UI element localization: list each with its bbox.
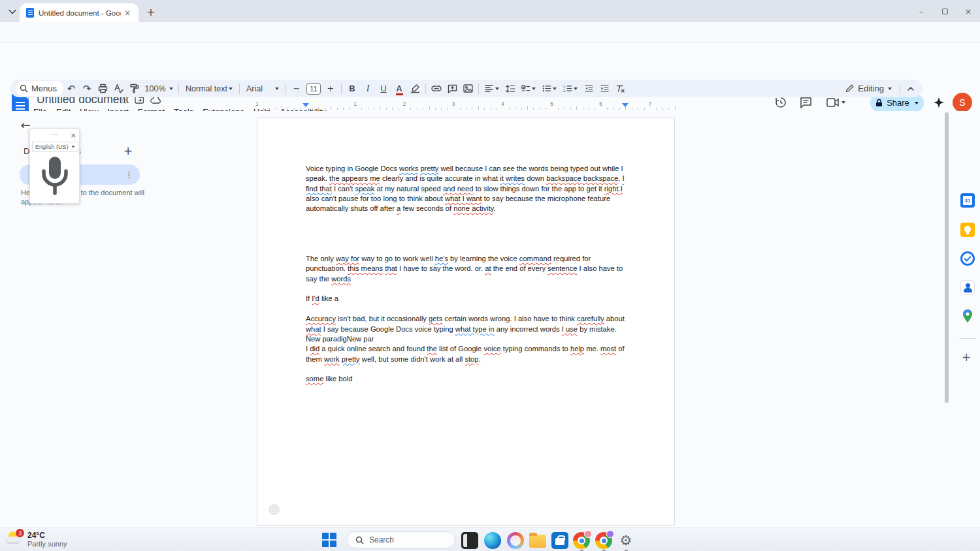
font-select[interactable]: Arial — [242, 81, 283, 96]
numbered-list-button[interactable]: 1.2. — [560, 81, 581, 96]
bold-button[interactable]: B — [344, 81, 360, 96]
browser-toolbar: ← → ↻ docs.google.com/document/d/1Ty_DUK… — [0, 22, 980, 43]
ruler-number: 1 — [255, 101, 259, 107]
chrome-icon[interactable] — [573, 532, 590, 549]
voice-language-select[interactable]: English (US) — [32, 142, 78, 152]
spelling-check-button[interactable] — [110, 81, 126, 96]
paragraph[interactable]: I did a quick online search and found th… — [306, 344, 629, 364]
screen: Untitled document - Google Docs × + – × … — [0, 0, 980, 551]
horizontal-ruler[interactable]: 11234567 — [0, 99, 980, 111]
increase-font-size-button[interactable]: + — [323, 81, 338, 96]
paragraph[interactable] — [306, 244, 629, 254]
line-spacing-button[interactable] — [502, 81, 518, 96]
taskbar-search[interactable]: Search — [347, 531, 455, 548]
search-label: Search — [369, 535, 394, 544]
paragraph[interactable] — [306, 284, 629, 294]
chrome-profile-badge-2 — [606, 530, 614, 538]
margin-marker[interactable] — [302, 103, 309, 107]
copilot-icon[interactable] — [507, 532, 524, 549]
weather-icon: 3 — [4, 529, 25, 549]
hide-menus-chevron[interactable] — [903, 81, 919, 96]
add-tab-button[interactable]: + — [123, 144, 133, 157]
undo-button[interactable]: ↶ — [63, 81, 79, 96]
get-add-ons-icon[interactable]: + — [962, 351, 971, 364]
side-panel-divider — [959, 338, 976, 339]
underline-button[interactable]: U — [376, 81, 391, 96]
microsoft-store-icon[interactable] — [551, 532, 568, 549]
dark-app-icon[interactable] — [461, 532, 478, 549]
tasks-icon[interactable] — [960, 251, 975, 266]
paragraph-style-select[interactable]: Normal text — [182, 81, 237, 96]
file-explorer-icon[interactable] — [529, 535, 546, 548]
browser-tab[interactable]: Untitled document - Google Docs × — [20, 3, 139, 22]
add-comment-button[interactable] — [444, 81, 460, 96]
voice-typing-panel[interactable]: ⋯ × English (US) — [29, 129, 80, 204]
paragraph[interactable] — [306, 304, 629, 314]
ruler-number: 7 — [649, 101, 652, 107]
redo-button[interactable]: ↷ — [79, 81, 95, 96]
paragraph[interactable]: If I'd like a — [306, 294, 629, 304]
ruler-number: 4 — [501, 101, 504, 107]
increase-indent-button[interactable] — [596, 81, 612, 96]
insert-link-button[interactable] — [429, 81, 444, 96]
paragraph[interactable] — [306, 234, 629, 244]
search-icon — [20, 84, 28, 93]
window-close-button[interactable]: × — [956, 1, 980, 21]
checklist-button[interactable] — [518, 81, 539, 96]
document-text[interactable]: Voice typing in Google Docs works pretty… — [306, 164, 629, 385]
window-minimize-button[interactable]: – — [909, 1, 933, 21]
document-scrollbar[interactable] — [945, 112, 949, 403]
paragraph[interactable]: Accuracy isn't bad, but it occasionally … — [306, 314, 629, 334]
bulleted-list-button[interactable] — [539, 81, 560, 96]
paragraph[interactable]: some like bold — [306, 374, 629, 384]
margin-marker[interactable] — [622, 103, 629, 107]
italic-button[interactable]: I — [360, 81, 376, 96]
zoom-select[interactable]: 100% — [142, 81, 176, 96]
edge-icon[interactable] — [484, 532, 501, 549]
insert-image-button[interactable] — [460, 81, 476, 96]
contacts-icon[interactable] — [960, 280, 975, 294]
weather-widget[interactable]: 3 24°C Partly sunny — [4, 529, 67, 549]
decrease-font-size-button[interactable]: − — [289, 81, 304, 96]
paragraph[interactable] — [306, 224, 629, 234]
tab-search-icon[interactable] — [5, 5, 20, 19]
browser-tab-strip: Untitled document - Google Docs × + – × — [0, 0, 980, 22]
microphone-icon[interactable] — [39, 155, 71, 198]
docs-toolbar: Menus ↶ ↷ 100% Normal text Arial − 11 + … — [10, 80, 923, 97]
start-button[interactable] — [322, 533, 338, 547]
paragraph[interactable] — [306, 364, 629, 374]
menus-search-button[interactable]: Menus — [16, 81, 63, 96]
settings-gear-icon[interactable]: ⚙ — [617, 532, 634, 549]
ruler-number: 6 — [599, 101, 602, 107]
new-tab-button[interactable]: + — [144, 5, 158, 19]
text-color-button[interactable]: A — [391, 81, 407, 96]
window-restore-button[interactable] — [933, 1, 956, 21]
voice-panel-close-icon[interactable]: × — [71, 131, 76, 140]
font-size-input[interactable]: 11 — [306, 83, 321, 95]
paragraph[interactable]: The only way for way to go to work well … — [306, 254, 629, 284]
search-icon — [355, 536, 364, 544]
chrome-profile-badge — [584, 530, 592, 538]
calendar-icon[interactable] — [960, 193, 975, 208]
paragraph[interactable]: New paradigNew par — [306, 334, 629, 344]
clear-formatting-button[interactable] — [612, 81, 628, 96]
paragraph[interactable]: Voice typing in Google Docs works pretty… — [306, 164, 629, 214]
tab-options-icon[interactable]: ⋮ — [125, 170, 133, 180]
weather-temperature: 24°C — [27, 531, 67, 540]
highlight-color-button[interactable] — [407, 81, 423, 96]
tab-close-icon[interactable]: × — [122, 8, 133, 18]
pencil-icon — [845, 84, 854, 93]
print-button[interactable] — [95, 81, 110, 96]
chrome-icon-2[interactable] — [595, 532, 612, 549]
ruler-number: 2 — [403, 101, 406, 107]
weather-description: Partly sunny — [27, 540, 67, 548]
editing-mode-select[interactable]: Editing — [840, 81, 897, 96]
drag-handle-icon[interactable]: ⋯ — [50, 130, 59, 139]
paragraph[interactable] — [306, 214, 629, 224]
paint-format-button[interactable] — [126, 81, 142, 96]
align-button[interactable] — [482, 81, 502, 96]
decrease-indent-button[interactable] — [581, 81, 596, 96]
keep-icon[interactable] — [960, 223, 975, 237]
maps-icon[interactable] — [960, 309, 975, 323]
docs-header: Untitled document ☆ FileEditViewInsertFo… — [0, 43, 980, 80]
